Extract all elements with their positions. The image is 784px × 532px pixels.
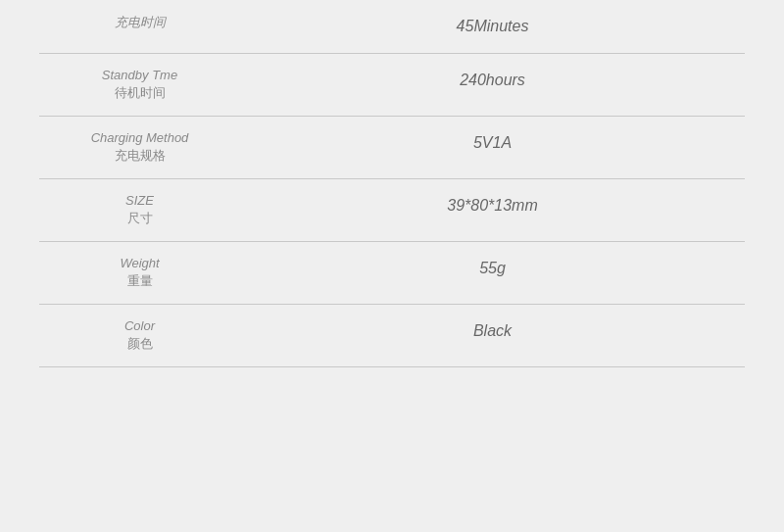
row-left-2: Charging Method 充电规格 <box>39 117 240 178</box>
label-zh-3: 尺寸 <box>47 210 232 227</box>
row-left-0: 充电时间 <box>39 0 240 53</box>
label-en-1: Standby Tme <box>47 68 232 82</box>
value-1: 240hours <box>460 72 525 88</box>
spec-row-3: SIZE 尺寸 39*80*13mm <box>39 179 745 242</box>
row-right-4: 55g <box>240 242 745 304</box>
label-zh-4: 重量 <box>47 272 232 290</box>
spec-row-0: 充电时间 45Minutes <box>39 0 745 54</box>
label-en-3: SIZE <box>47 193 232 208</box>
row-right-0: 45Minutes <box>240 0 745 53</box>
label-zh-1: 待机时间 <box>47 84 232 102</box>
spec-row-2: Charging Method 充电规格 5V1A <box>39 117 745 179</box>
row-right-5: Black <box>240 305 745 366</box>
row-right-3: 39*80*13mm <box>240 179 745 241</box>
spec-row-1: Standby Tme 待机时间 240hours <box>39 54 745 117</box>
row-left-1: Standby Tme 待机时间 <box>39 54 240 116</box>
label-en-4: Weight <box>47 256 232 270</box>
value-4: 55g <box>479 260 506 276</box>
value-5: Black <box>473 322 512 339</box>
row-left-3: SIZE 尺寸 <box>39 179 240 241</box>
row-right-2: 5V1A <box>240 117 745 178</box>
label-zh-2: 充电规格 <box>47 147 232 165</box>
label-en-5: Color <box>47 318 232 333</box>
row-left-5: Color 颜色 <box>39 305 240 366</box>
label-en-2: Charging Method <box>47 130 232 145</box>
spec-row-4: Weight 重量 55g <box>39 242 745 305</box>
label-zh-5: 颜色 <box>47 335 232 353</box>
value-2: 5V1A <box>473 134 512 151</box>
spec-table: 充电时间 45Minutes Standby Tme 待机时间 240hours… <box>39 0 745 367</box>
row-right-1: 240hours <box>240 54 745 116</box>
value-3: 39*80*13mm <box>447 197 538 214</box>
row-left-4: Weight 重量 <box>39 242 240 304</box>
value-0: 45Minutes <box>457 18 529 34</box>
spec-row-5: Color 颜色 Black <box>39 305 745 367</box>
page-container: 充电时间 45Minutes Standby Tme 待机时间 240hours… <box>0 0 784 532</box>
label-en-0: 充电时间 <box>47 14 232 31</box>
